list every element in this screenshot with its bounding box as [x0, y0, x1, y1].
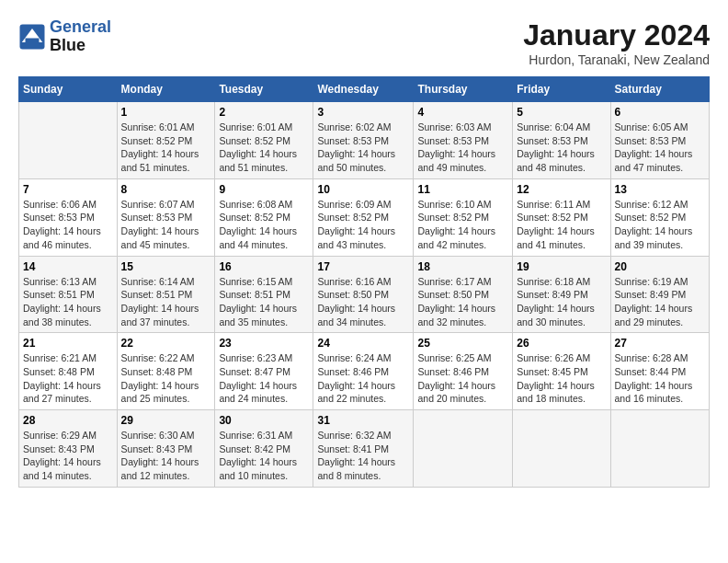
- weekday-header-friday: Friday: [513, 77, 610, 102]
- day-number: 29: [121, 414, 211, 427]
- day-info: Sunrise: 6:14 AMSunset: 8:51 PMDaylight:…: [121, 275, 211, 329]
- day-info: Sunrise: 6:21 AMSunset: 8:48 PMDaylight:…: [23, 351, 113, 406]
- day-info: Sunrise: 6:25 AMSunset: 8:46 PMDaylight:…: [417, 351, 508, 406]
- week-row-1: 1Sunrise: 6:01 AMSunset: 8:52 PMDaylight…: [19, 102, 710, 179]
- day-number: 6: [615, 106, 705, 119]
- day-info: Sunrise: 6:06 AMSunset: 8:53 PMDaylight:…: [23, 198, 113, 252]
- logo-line1: General: [50, 17, 111, 36]
- page-header: General Blue January 2024 Hurdon, Tarana…: [18, 18, 710, 67]
- calendar-table: SundayMondayTuesdayWednesdayThursdayFrid…: [18, 76, 710, 488]
- weekday-row: SundayMondayTuesdayWednesdayThursdayFrid…: [19, 77, 710, 102]
- day-info: Sunrise: 6:28 AMSunset: 8:44 PMDaylight:…: [615, 351, 705, 406]
- day-number: 15: [121, 260, 211, 273]
- day-number: 21: [23, 337, 113, 350]
- day-info: Sunrise: 6:18 AMSunset: 8:49 PMDaylight:…: [517, 275, 606, 329]
- calendar-cell: 6Sunrise: 6:05 AMSunset: 8:53 PMDaylight…: [610, 102, 709, 179]
- day-number: 13: [615, 183, 705, 196]
- calendar-cell: 16Sunrise: 6:15 AMSunset: 8:51 PMDayligh…: [215, 256, 313, 333]
- day-info: Sunrise: 6:01 AMSunset: 8:52 PMDaylight:…: [219, 121, 309, 175]
- calendar-cell: 17Sunrise: 6:16 AMSunset: 8:50 PMDayligh…: [313, 256, 414, 333]
- calendar-cell: 11Sunrise: 6:10 AMSunset: 8:52 PMDayligh…: [414, 178, 513, 256]
- day-number: 5: [517, 106, 606, 119]
- day-info: Sunrise: 6:26 AMSunset: 8:45 PMDaylight:…: [517, 351, 606, 406]
- day-info: Sunrise: 6:07 AMSunset: 8:53 PMDaylight:…: [121, 198, 211, 252]
- calendar-cell: 23Sunrise: 6:23 AMSunset: 8:47 PMDayligh…: [215, 333, 313, 410]
- calendar-cell: 21Sunrise: 6:21 AMSunset: 8:48 PMDayligh…: [19, 333, 118, 410]
- logo-line2: Blue: [50, 37, 111, 55]
- day-number: 17: [317, 260, 409, 273]
- calendar-cell: 18Sunrise: 6:17 AMSunset: 8:50 PMDayligh…: [414, 256, 513, 333]
- day-info: Sunrise: 6:17 AMSunset: 8:50 PMDaylight:…: [417, 275, 508, 329]
- day-info: Sunrise: 6:12 AMSunset: 8:52 PMDaylight:…: [615, 198, 705, 252]
- week-row-2: 7Sunrise: 6:06 AMSunset: 8:53 PMDaylight…: [19, 178, 710, 256]
- day-number: 22: [121, 337, 211, 350]
- day-number: 27: [615, 337, 705, 350]
- day-info: Sunrise: 6:04 AMSunset: 8:53 PMDaylight:…: [517, 121, 606, 175]
- calendar-cell: [610, 410, 709, 488]
- day-info: Sunrise: 6:15 AMSunset: 8:51 PMDaylight:…: [219, 275, 309, 329]
- calendar-cell: 29Sunrise: 6:30 AMSunset: 8:43 PMDayligh…: [117, 410, 215, 488]
- location: Hurdon, Taranaki, New Zealand: [523, 52, 710, 67]
- day-info: Sunrise: 6:19 AMSunset: 8:49 PMDaylight:…: [615, 275, 705, 329]
- calendar-cell: 4Sunrise: 6:03 AMSunset: 8:53 PMDaylight…: [414, 102, 513, 179]
- weekday-header-monday: Monday: [117, 77, 215, 102]
- calendar-cell: 5Sunrise: 6:04 AMSunset: 8:53 PMDaylight…: [513, 102, 610, 179]
- weekday-header-saturday: Saturday: [610, 77, 709, 102]
- day-number: 8: [121, 183, 211, 196]
- day-number: 14: [23, 260, 113, 273]
- day-number: 11: [417, 183, 508, 196]
- calendar-cell: 28Sunrise: 6:29 AMSunset: 8:43 PMDayligh…: [19, 410, 118, 488]
- calendar-cell: 2Sunrise: 6:01 AMSunset: 8:52 PMDaylight…: [215, 102, 313, 179]
- day-info: Sunrise: 6:01 AMSunset: 8:52 PMDaylight:…: [121, 121, 211, 175]
- day-info: Sunrise: 6:32 AMSunset: 8:41 PMDaylight:…: [317, 429, 409, 483]
- logo-icon: [18, 23, 46, 51]
- day-info: Sunrise: 6:22 AMSunset: 8:48 PMDaylight:…: [121, 351, 211, 406]
- day-number: 9: [219, 183, 309, 196]
- day-info: Sunrise: 6:08 AMSunset: 8:52 PMDaylight:…: [219, 198, 309, 252]
- day-number: 18: [417, 260, 508, 273]
- day-number: 7: [23, 183, 113, 196]
- day-number: 1: [121, 106, 211, 119]
- calendar-cell: 19Sunrise: 6:18 AMSunset: 8:49 PMDayligh…: [513, 256, 610, 333]
- day-info: Sunrise: 6:10 AMSunset: 8:52 PMDaylight:…: [417, 198, 508, 252]
- calendar-cell: 13Sunrise: 6:12 AMSunset: 8:52 PMDayligh…: [610, 178, 709, 256]
- calendar-cell: 26Sunrise: 6:26 AMSunset: 8:45 PMDayligh…: [513, 333, 610, 410]
- month-title: January 2024: [523, 18, 710, 52]
- weekday-header-sunday: Sunday: [19, 77, 118, 102]
- title-section: January 2024 Hurdon, Taranaki, New Zeala…: [523, 18, 710, 67]
- day-number: 19: [517, 260, 606, 273]
- day-info: Sunrise: 6:23 AMSunset: 8:47 PMDaylight:…: [219, 351, 309, 406]
- week-row-4: 21Sunrise: 6:21 AMSunset: 8:48 PMDayligh…: [19, 333, 710, 410]
- calendar-cell: 7Sunrise: 6:06 AMSunset: 8:53 PMDaylight…: [19, 178, 118, 256]
- calendar-cell: 9Sunrise: 6:08 AMSunset: 8:52 PMDaylight…: [215, 178, 313, 256]
- day-info: Sunrise: 6:30 AMSunset: 8:43 PMDaylight:…: [121, 429, 211, 483]
- day-info: Sunrise: 6:03 AMSunset: 8:53 PMDaylight:…: [417, 121, 508, 175]
- weekday-header-thursday: Thursday: [414, 77, 513, 102]
- day-info: Sunrise: 6:09 AMSunset: 8:52 PMDaylight:…: [317, 198, 409, 252]
- logo: General Blue: [18, 18, 111, 55]
- day-info: Sunrise: 6:24 AMSunset: 8:46 PMDaylight:…: [317, 351, 409, 406]
- day-number: 23: [219, 337, 309, 350]
- week-row-5: 28Sunrise: 6:29 AMSunset: 8:43 PMDayligh…: [19, 410, 710, 488]
- calendar-cell: [513, 410, 610, 488]
- calendar-cell: 25Sunrise: 6:25 AMSunset: 8:46 PMDayligh…: [414, 333, 513, 410]
- day-number: 20: [615, 260, 705, 273]
- calendar-header: SundayMondayTuesdayWednesdayThursdayFrid…: [19, 77, 710, 102]
- calendar-body: 1Sunrise: 6:01 AMSunset: 8:52 PMDaylight…: [19, 102, 710, 488]
- calendar-cell: 3Sunrise: 6:02 AMSunset: 8:53 PMDaylight…: [313, 102, 414, 179]
- day-info: Sunrise: 6:11 AMSunset: 8:52 PMDaylight:…: [517, 198, 606, 252]
- calendar-cell: 27Sunrise: 6:28 AMSunset: 8:44 PMDayligh…: [610, 333, 709, 410]
- day-number: 2: [219, 106, 309, 119]
- day-number: 26: [517, 337, 606, 350]
- day-number: 28: [23, 414, 113, 427]
- svg-rect-2: [26, 38, 40, 45]
- calendar-cell: 20Sunrise: 6:19 AMSunset: 8:49 PMDayligh…: [610, 256, 709, 333]
- day-number: 24: [317, 337, 409, 350]
- day-info: Sunrise: 6:02 AMSunset: 8:53 PMDaylight:…: [317, 121, 409, 175]
- calendar-cell: 8Sunrise: 6:07 AMSunset: 8:53 PMDaylight…: [117, 178, 215, 256]
- day-number: 16: [219, 260, 309, 273]
- calendar-cell: 24Sunrise: 6:24 AMSunset: 8:46 PMDayligh…: [313, 333, 414, 410]
- day-info: Sunrise: 6:05 AMSunset: 8:53 PMDaylight:…: [615, 121, 705, 175]
- day-info: Sunrise: 6:29 AMSunset: 8:43 PMDaylight:…: [23, 429, 113, 483]
- calendar-cell: 22Sunrise: 6:22 AMSunset: 8:48 PMDayligh…: [117, 333, 215, 410]
